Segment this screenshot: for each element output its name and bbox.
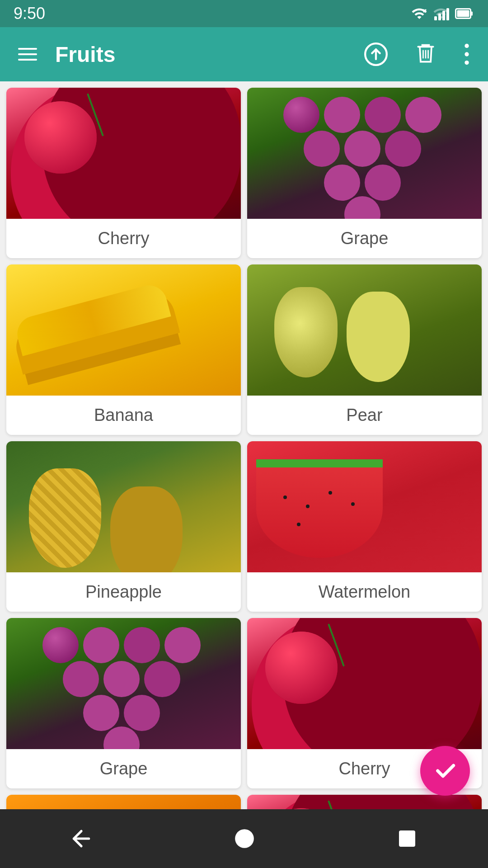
app-title: Fruits xyxy=(55,42,360,67)
svg-rect-7 xyxy=(471,12,473,16)
fruit-card-pineapple[interactable]: Pineapple xyxy=(6,441,241,612)
fruit-label-cherry-1: Cherry xyxy=(6,219,241,258)
delete-icon xyxy=(415,42,436,66)
back-icon xyxy=(70,827,93,850)
fruit-image-watermelon xyxy=(247,441,482,572)
fruit-card-grape-2[interactable]: Grape xyxy=(6,618,241,788)
svg-point-15 xyxy=(465,61,469,65)
fruit-image-banana xyxy=(6,264,241,396)
back-button[interactable] xyxy=(61,818,102,859)
svg-rect-5 xyxy=(446,8,449,20)
battery-icon xyxy=(455,5,474,22)
svg-point-16 xyxy=(235,829,254,848)
upload-button[interactable] xyxy=(360,38,392,71)
app-bar: Fruits xyxy=(0,27,488,81)
svg-rect-3 xyxy=(438,14,441,20)
fruit-label-grape-1: Grape xyxy=(247,219,482,258)
signal-icon xyxy=(433,5,449,22)
fruit-label-watermelon: Watermelon xyxy=(247,572,482,612)
more-button[interactable] xyxy=(459,38,474,71)
more-icon xyxy=(464,42,470,66)
home-button[interactable] xyxy=(224,818,265,859)
app-bar-actions xyxy=(360,38,474,71)
fruit-image-cherry-1 xyxy=(6,88,241,219)
fruit-card-watermelon[interactable]: Watermelon xyxy=(247,441,482,612)
fruit-label-grape-2: Grape xyxy=(6,749,241,788)
fruit-card-banana[interactable]: Banana xyxy=(6,264,241,435)
svg-rect-17 xyxy=(399,830,415,847)
fruit-image-grape-1 xyxy=(247,88,482,219)
status-time: 9:50 xyxy=(14,4,45,23)
confirm-fab[interactable] xyxy=(420,746,470,796)
svg-rect-2 xyxy=(434,16,437,20)
fruit-label-pear: Pear xyxy=(247,396,482,435)
fruit-card-pear[interactable]: Pear xyxy=(247,264,482,435)
upload-icon xyxy=(364,42,388,66)
recents-icon xyxy=(396,828,418,849)
fruit-card-grape-1[interactable]: Grape xyxy=(247,88,482,258)
fruit-image-grape-2 xyxy=(6,618,241,749)
wifi-icon xyxy=(411,5,427,22)
fruit-image-pear xyxy=(247,264,482,396)
svg-point-14 xyxy=(465,52,469,56)
status-bar: 9:50 xyxy=(0,0,488,27)
svg-rect-8 xyxy=(457,10,469,17)
recents-button[interactable] xyxy=(387,819,427,859)
fruit-grid: Cherry Grape Banana Pear Pineapple Water… xyxy=(0,81,488,795)
check-icon xyxy=(432,758,458,783)
fruit-card-cherry-1[interactable]: Cherry xyxy=(6,88,241,258)
menu-button[interactable] xyxy=(14,43,42,65)
fruit-label-banana: Banana xyxy=(6,396,241,435)
bottom-nav xyxy=(0,809,488,868)
fruit-image-cherry-2 xyxy=(247,618,482,749)
status-icons xyxy=(411,5,474,22)
fruit-image-pineapple xyxy=(6,441,241,572)
delete-button[interactable] xyxy=(410,38,441,71)
fruit-label-pineapple: Pineapple xyxy=(6,572,241,612)
home-icon xyxy=(233,827,256,850)
svg-rect-4 xyxy=(442,11,445,20)
svg-point-13 xyxy=(465,44,469,48)
